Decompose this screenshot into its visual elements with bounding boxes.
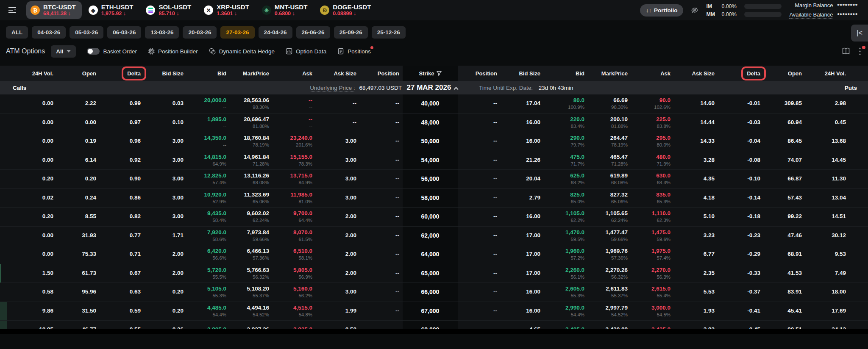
header-calls-ask-size[interactable]: Ask Size bbox=[316, 70, 360, 77]
cell-calls-mark[interactable]: 5,108.2055.37% bbox=[230, 285, 273, 299]
cell-calls-ask[interactable]: 5,160.056.2% bbox=[273, 285, 316, 299]
cell-calls-ask[interactable]: 13,715.084.9% bbox=[273, 172, 316, 186]
header-puts-position[interactable]: Position bbox=[458, 70, 501, 77]
cell-calls-bid[interactable]: 7,920.058.6% bbox=[187, 229, 230, 242]
cell-calls-bid[interactable]: 6,420.056.6% bbox=[187, 248, 230, 261]
cell-calls-mark[interactable]: 9,602.0262.24% bbox=[230, 210, 273, 223]
cell-puts-mark[interactable]: 2,997.7954.52% bbox=[588, 305, 631, 318]
cell-puts-mark[interactable]: 66.6998.30% bbox=[588, 97, 631, 110]
cell-puts-mark[interactable]: 2,270.2656.32% bbox=[588, 267, 631, 280]
header-puts-markprice[interactable]: MarkPrice bbox=[588, 70, 631, 77]
filter-icon[interactable] bbox=[437, 71, 442, 76]
header-puts-ask[interactable]: Ask bbox=[631, 70, 674, 77]
expiry-tab-13-03-26[interactable]: 13-03-26 bbox=[145, 26, 179, 39]
expiry-tab-all[interactable]: ALL bbox=[6, 26, 28, 39]
expiry-tab-25-12-26[interactable]: 25-12-26 bbox=[372, 26, 406, 39]
expiry-tab-25-09-26[interactable]: 25-09-26 bbox=[334, 26, 368, 39]
cell-puts-bid[interactable]: 2,260.056.1% bbox=[544, 267, 588, 280]
cell-puts-bid[interactable]: 2,990.054.4% bbox=[544, 305, 588, 318]
cell-calls-ask[interactable]: 15,155.078.3% bbox=[273, 154, 316, 167]
cell-strike[interactable]: 67,000 bbox=[403, 302, 458, 321]
cell-calls-mark[interactable]: 4,494.1654.52% bbox=[230, 305, 273, 318]
cell-puts-bid[interactable]: 825.065.0% bbox=[544, 191, 588, 205]
header-puts-bid[interactable]: Bid bbox=[544, 70, 588, 77]
expiry-tab-06-03-26[interactable]: 06-03-26 bbox=[107, 26, 141, 39]
cell-calls-ask[interactable]: 11,985.081.0% bbox=[273, 191, 316, 205]
cell-strike[interactable]: 60,000 bbox=[403, 208, 458, 226]
header-calls-markprice[interactable]: MarkPrice bbox=[230, 70, 273, 77]
expiry-tab-26-06-26[interactable]: 26-06-26 bbox=[296, 26, 330, 39]
ticker-btc-usdt[interactable]: ₿BTC-USDT68,411.38 ↓ bbox=[26, 1, 82, 19]
toggle-off-icon[interactable] bbox=[87, 48, 100, 55]
cell-puts-ask[interactable]: 630.068.4% bbox=[631, 172, 674, 186]
cell-calls-ask[interactable]: 6,510.058.1% bbox=[273, 248, 316, 261]
cell-puts-ask[interactable]: 2,615.055.4% bbox=[631, 285, 674, 299]
header-calls-bid[interactable]: Bid bbox=[187, 70, 230, 77]
cell-calls-mark[interactable]: 20,696.4781.88% bbox=[230, 116, 273, 129]
header-calls-position[interactable]: Position bbox=[360, 70, 403, 77]
cell-strike[interactable]: 58,000 bbox=[403, 189, 458, 208]
cell-puts-ask[interactable]: 225.083.8% bbox=[631, 116, 674, 129]
cell-puts-ask[interactable]: 1,475.059.6% bbox=[631, 229, 674, 242]
header-calls-delta[interactable]: Delta bbox=[100, 70, 144, 77]
cell-calls-ask[interactable]: 9,700.064.4% bbox=[273, 210, 316, 223]
dynamic-delta-hedge-button[interactable]: Dynamic Delta Hedge bbox=[209, 48, 275, 55]
position-builder-button[interactable]: Position Builder bbox=[148, 48, 198, 55]
cell-puts-mark[interactable]: 1,477.4759.66% bbox=[588, 229, 631, 242]
cell-calls-mark[interactable]: 13,116.2668.08% bbox=[230, 172, 273, 186]
cell-puts-mark[interactable]: 619.8968.08% bbox=[588, 172, 631, 186]
basket-order-toggle[interactable]: Basket Order bbox=[87, 48, 137, 55]
cell-calls-bid[interactable]: 20,000.0-- bbox=[187, 97, 230, 110]
positions-button[interactable]: Positions bbox=[337, 48, 371, 55]
cell-puts-bid[interactable]: 290.079.7% bbox=[544, 135, 588, 148]
cell-calls-mark[interactable]: 7,973.8459.66% bbox=[230, 229, 273, 242]
cell-puts-mark[interactable]: 465.4771.28% bbox=[588, 154, 631, 167]
book-icon[interactable] bbox=[842, 47, 850, 55]
cell-puts-bid[interactable]: 1,105.062.2% bbox=[544, 210, 588, 223]
cell-calls-bid[interactable]: 12,825.057.4% bbox=[187, 172, 230, 186]
header-calls-open[interactable]: Open bbox=[57, 70, 100, 77]
cell-calls-mark[interactable]: 11,323.6965.06% bbox=[230, 191, 273, 205]
cell-calls-ask[interactable]: 4,515.054.8% bbox=[273, 305, 316, 318]
cell-strike[interactable]: 64,000 bbox=[403, 245, 458, 264]
cell-calls-ask[interactable]: 5,805.056.9% bbox=[273, 267, 316, 280]
cell-puts-mark[interactable]: 200.1081.88% bbox=[588, 116, 631, 129]
cell-puts-ask[interactable]: 295.080.0% bbox=[631, 135, 674, 148]
ticker-xrp-usdt[interactable]: ✕XRP-USDT1.3601 ↓ bbox=[200, 1, 255, 19]
cell-calls-mark[interactable]: 14,961.8471.28% bbox=[230, 154, 273, 167]
cell-puts-ask[interactable]: 835.065.3% bbox=[631, 191, 674, 205]
cell-puts-bid[interactable]: 625.068.2% bbox=[544, 172, 588, 186]
header-calls-ask[interactable]: Ask bbox=[273, 70, 316, 77]
cell-calls-bid[interactable]: 4,485.054.4% bbox=[187, 305, 230, 318]
header-puts-ask-size[interactable]: Ask Size bbox=[674, 70, 718, 77]
cell-strike[interactable]: 50,000 bbox=[403, 132, 458, 151]
cell-calls-mark[interactable]: 6,466.1357.36% bbox=[230, 248, 273, 261]
cell-puts-ask[interactable]: 3,000.054.5% bbox=[631, 305, 674, 318]
cell-puts-ask[interactable]: 480.071.9% bbox=[631, 154, 674, 167]
cell-calls-bid[interactable]: 9,435.058.4% bbox=[187, 210, 230, 223]
ticker-doge-usdt[interactable]: ÐDOGE-USDT0.08899 ↓ bbox=[316, 1, 377, 19]
menu-icon[interactable] bbox=[6, 4, 19, 17]
portfolio-button[interactable]: ↓↑ Portfolio bbox=[640, 4, 684, 17]
cell-strike[interactable]: 65,000 bbox=[403, 264, 458, 283]
ticker-eth-usdt[interactable]: ◆ETH-USDT1,975.92 ↓ bbox=[84, 1, 139, 19]
cell-calls-mark[interactable]: 28,563.0698.30% bbox=[230, 97, 273, 110]
more-menu-icon[interactable] bbox=[859, 47, 861, 55]
expiry-tab-24-04-26[interactable]: 24-04-26 bbox=[259, 26, 292, 39]
header-puts-delta[interactable]: Delta bbox=[718, 70, 764, 77]
expiry-tab-27-03-26[interactable]: 27-03-26 bbox=[220, 26, 254, 39]
header-strike[interactable]: Strike bbox=[403, 66, 458, 81]
header-calls-24h-vol-[interactable]: 24H Vol. bbox=[0, 70, 57, 77]
cell-calls-ask[interactable]: 8,070.061.5% bbox=[273, 229, 316, 242]
cell-puts-bid[interactable]: 475.071.7% bbox=[544, 154, 588, 167]
cell-puts-ask[interactable]: 1,110.062.3% bbox=[631, 210, 674, 223]
cell-strike[interactable]: 54,000 bbox=[403, 151, 458, 170]
expiry-tab-04-03-26[interactable]: 04-03-26 bbox=[32, 26, 66, 39]
header-puts-24h-vol-[interactable]: 24H Vol. bbox=[805, 70, 849, 77]
cell-puts-bid[interactable]: 220.083.4% bbox=[544, 116, 588, 129]
cell-puts-bid[interactable]: 80.0100.9% bbox=[544, 97, 588, 110]
eye-slash-icon[interactable] bbox=[691, 6, 698, 14]
header-calls-bid-size[interactable]: Bid Size bbox=[144, 70, 187, 77]
expiry-tab-20-03-26[interactable]: 20-03-26 bbox=[183, 26, 217, 39]
cell-calls-bid[interactable]: 14,815.064.9% bbox=[187, 154, 230, 167]
